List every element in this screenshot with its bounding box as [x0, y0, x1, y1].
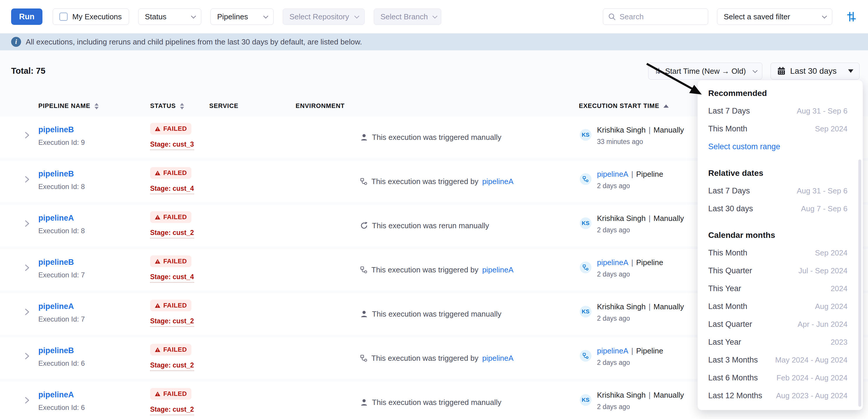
status-badge: FAILED	[150, 300, 191, 311]
trigger-pipeline-link[interactable]: pipelineA	[482, 177, 514, 186]
date-menu-item-last-12-months[interactable]: Last 12 MonthsAug 2023 - Aug 2024	[698, 387, 863, 405]
trigger-mode-label: Manually	[653, 391, 684, 399]
pipelines-filter-select[interactable]: Pipelines	[210, 8, 274, 25]
stage-link[interactable]: Stage: cust_4	[150, 185, 194, 194]
date-menu-item-last-quarter[interactable]: Last QuarterApr - Jun 2024	[698, 315, 863, 333]
status-badge: FAILED	[150, 388, 191, 400]
filter-sliders-icon[interactable]	[846, 11, 857, 22]
sort-select[interactable]: ⇅ Start Time (New → Old)	[648, 63, 762, 79]
expand-chevron-icon[interactable]	[23, 352, 31, 361]
sort-arrows-icon: ⇅	[654, 66, 661, 76]
trigger-mode-label: Pipeline	[636, 347, 663, 355]
actor-pipeline-link[interactable]: pipelineA	[597, 347, 628, 355]
column-header-environment[interactable]: ENVIRONMENT	[296, 102, 345, 110]
pipeline-name-link[interactable]: pipelineA	[38, 214, 74, 222]
date-menu-item-last-30-days[interactable]: Last 30 daysAug 7 - Sep 6	[698, 200, 863, 218]
start-time-cell: pipelineA|Pipeline2 days ago	[580, 161, 703, 202]
branch-filter-select[interactable]: Select Branch	[374, 8, 441, 25]
pipeline-name-cell: pipelineBExecution Id: 6	[38, 346, 85, 367]
actor-pipeline-link[interactable]: pipelineA	[597, 170, 628, 179]
trigger-text: This execution was rerun manually	[372, 221, 489, 230]
trigger-mode-label: Manually	[653, 214, 684, 223]
date-menu-item-this-year[interactable]: This Year2024	[698, 280, 863, 297]
expand-chevron-icon[interactable]	[23, 308, 31, 317]
status-filter-label: Status	[145, 12, 166, 21]
pipeline-name-cell: pipelineAExecution Id: 6	[38, 390, 85, 412]
info-icon: i	[11, 37, 21, 47]
sort-toggle-icon[interactable]	[180, 103, 184, 109]
stage-link[interactable]: Stage: cust_2	[150, 317, 194, 327]
date-range-button[interactable]: Last 30 days	[771, 63, 860, 79]
stage-link[interactable]: Stage: cust_2	[150, 361, 194, 371]
status-cell: FAILEDStage: cust_2	[150, 344, 194, 371]
date-menu-item-last-6-months[interactable]: Last 6 MonthsFeb 2024 - Aug 2024	[698, 369, 863, 387]
pipeline-name-link[interactable]: pipelineA	[38, 390, 74, 399]
warning-icon	[155, 258, 161, 264]
pipeline-name-cell: pipelineAExecution Id: 7	[38, 302, 85, 323]
date-menu-item-select-custom-range[interactable]: Select custom range	[698, 138, 863, 156]
user-trigger-icon	[360, 133, 368, 141]
trigger-info-cell: This execution was triggered bypipelineA	[360, 249, 514, 291]
warning-icon	[155, 347, 161, 353]
status-filter-select[interactable]: Status	[138, 8, 202, 25]
date-menu-item-this-month[interactable]: This MonthSep 2024	[698, 120, 863, 138]
expand-chevron-icon[interactable]	[23, 131, 31, 140]
stage-link[interactable]: Stage: cust_2	[150, 406, 194, 415]
start-time-cell: KSKrishika Singh|Manually2 days ago	[580, 205, 703, 246]
my-executions-toggle[interactable]: My Executions	[53, 8, 129, 25]
status-badge: FAILED	[150, 123, 191, 135]
stage-link[interactable]: Stage: cust_4	[150, 273, 194, 283]
date-menu-item-last-3-months[interactable]: Last 3 MonthsMay 2024 - Aug 2024	[698, 351, 863, 369]
date-menu-item-last-7-days[interactable]: Last 7 DaysAug 31 - Sep 6	[698, 182, 863, 200]
column-header-execution-start-time[interactable]: EXECUTION START TIME	[579, 102, 669, 110]
time-ago: 2 days ago	[597, 182, 663, 190]
pipeline-name-link[interactable]: pipelineB	[38, 169, 74, 178]
pipeline-name-link[interactable]: pipelineB	[38, 346, 74, 355]
trigger-pipeline-link[interactable]: pipelineA	[482, 354, 514, 363]
rerun-icon	[360, 222, 368, 230]
menu-scrollbar[interactable]	[858, 159, 861, 407]
time-ago: 2 days ago	[597, 403, 684, 411]
chevron-down-icon	[264, 13, 268, 19]
stage-link[interactable]: Stage: cust_3	[150, 140, 194, 150]
trigger-mode-label: Pipeline	[636, 258, 663, 267]
warning-icon	[155, 302, 161, 309]
pipeline-name-link[interactable]: pipelineA	[38, 302, 74, 311]
actor-pipeline-link[interactable]: pipelineA	[597, 258, 628, 267]
date-menu-item-last-7-days[interactable]: Last 7 DaysAug 31 - Sep 6	[698, 102, 863, 120]
status-badge: FAILED	[150, 167, 191, 179]
column-header-pipeline-name[interactable]: PIPELINE NAME	[38, 102, 99, 110]
run-button[interactable]: Run	[11, 8, 42, 25]
column-header-service[interactable]: SERVICE	[209, 102, 239, 110]
caret-down-icon	[848, 69, 854, 73]
repository-filter-select[interactable]: Select Repository	[283, 8, 365, 25]
pipeline-name-link[interactable]: pipelineB	[38, 258, 74, 266]
sort-toggle-icon[interactable]	[95, 103, 99, 109]
column-header-status[interactable]: STATUS	[150, 102, 184, 110]
start-time-cell: KSKrishika Singh|Manually2 days ago	[580, 293, 703, 335]
date-menu-item-this-month[interactable]: This MonthSep 2024	[698, 244, 863, 262]
avatar: KS	[580, 394, 591, 406]
expand-chevron-icon[interactable]	[23, 396, 31, 406]
date-menu-item-last-month[interactable]: Last MonthAug 2024	[698, 297, 863, 315]
search-input[interactable]	[620, 12, 703, 21]
trigger-pipeline-link[interactable]: pipelineA	[482, 265, 514, 275]
my-executions-checkbox[interactable]	[59, 12, 68, 21]
expand-chevron-icon[interactable]	[23, 175, 31, 185]
actor-line: Krishika Singh|Manually	[597, 302, 684, 311]
expand-chevron-icon[interactable]	[23, 220, 31, 229]
pipeline-name-cell: pipelineBExecution Id: 7	[38, 258, 85, 279]
pipeline-trigger-icon	[360, 266, 368, 273]
sort-select-label: Start Time (New → Old)	[665, 67, 746, 76]
time-ago: 2 days ago	[597, 315, 684, 322]
search-input-wrap[interactable]	[603, 8, 708, 25]
saved-filter-select[interactable]: Select a saved filter	[717, 8, 832, 25]
start-time-cell: pipelineA|Pipeline2 days ago	[580, 337, 703, 379]
trigger-text: This execution was triggered manually	[372, 398, 501, 407]
pipeline-name-link[interactable]: pipelineB	[38, 125, 74, 134]
stage-link[interactable]: Stage: cust_2	[150, 229, 194, 238]
date-menu-item-last-year[interactable]: Last Year2023	[698, 333, 863, 351]
status-cell: FAILEDStage: cust_4	[150, 255, 194, 283]
date-menu-item-this-quarter[interactable]: This QuarterJul - Sep 2024	[698, 262, 863, 280]
expand-chevron-icon[interactable]	[23, 264, 31, 273]
